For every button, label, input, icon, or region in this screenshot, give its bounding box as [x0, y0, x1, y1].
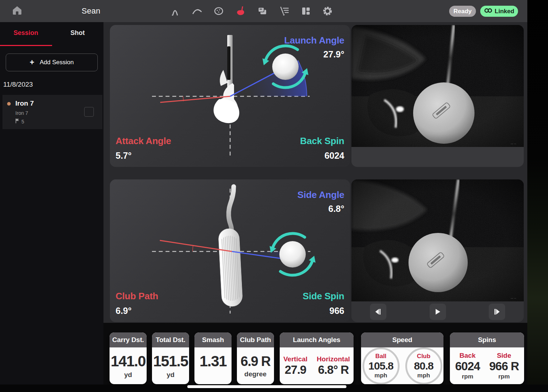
- stat-card-club-path: Club Path 6.9 R degree: [237, 332, 274, 384]
- add-session-button[interactable]: + Add Session: [6, 54, 98, 71]
- vertical-label: Vertical: [283, 355, 308, 363]
- add-session-label: Add Session: [40, 59, 73, 66]
- top-bar: Sean: [0, 0, 527, 22]
- cards-icon[interactable]: [256, 5, 268, 17]
- club-path-value: 6.9°: [116, 306, 132, 316]
- video-playback-controls: [351, 301, 524, 322]
- linked-status-pill[interactable]: Linked: [480, 6, 518, 17]
- club-speed-circle: Club 80.8 mph: [405, 347, 442, 384]
- tab-session[interactable]: Session: [0, 29, 52, 45]
- stat-value: 1.31: [199, 353, 227, 370]
- impact-video-frame-bottom: ··· ··: [351, 179, 524, 301]
- horizontal-label: Horizontal: [317, 355, 350, 363]
- session-club: Iron 7: [15, 110, 28, 116]
- stat-unit: yd: [124, 371, 132, 379]
- impact-video-panel-top: ··· ··: [351, 25, 524, 167]
- stat-card-speed: Speed Ball 105.8 mph Club 80.8 mph: [361, 332, 443, 384]
- link-icon: [484, 8, 492, 15]
- stat-value: 141.0: [111, 353, 146, 370]
- stat-card-total: Total Dst. 151.5 yd: [152, 332, 189, 384]
- session-name: Iron 7: [15, 100, 34, 107]
- launch-angle-label: Launch Angle: [284, 35, 344, 46]
- stat-title: Smash: [194, 332, 232, 347]
- page-title: Sean: [57, 0, 125, 22]
- stat-card-spins: Spins Back 6024 rpm Side 966 R rpm: [450, 332, 524, 384]
- club-speed-value: 80.8: [414, 360, 433, 372]
- play-icon: [434, 308, 442, 316]
- shot-count: 5: [21, 119, 24, 124]
- settings-gear-icon[interactable]: [321, 5, 334, 17]
- stat-title: Total Dst.: [152, 332, 189, 347]
- dashboard-icon[interactable]: [300, 5, 312, 17]
- session-checkbox[interactable]: [84, 107, 94, 117]
- side-angle-label: Side Angle: [298, 189, 344, 200]
- ball-icon[interactable]: [213, 5, 225, 17]
- launch-angle-value: 27.9°: [323, 49, 344, 60]
- side-angle-value: 6.8°: [328, 204, 344, 214]
- attack-angle-label: Attack Angle: [116, 136, 171, 147]
- stat-title: Carry Dst.: [110, 332, 147, 347]
- ball-speed-label: Ball: [375, 353, 386, 360]
- session-color-dot: [7, 102, 11, 106]
- home-button[interactable]: [11, 5, 23, 17]
- trajectory-side-icon[interactable]: [169, 5, 181, 17]
- ready-label: Ready: [453, 8, 472, 15]
- stat-title: Launch Angles: [280, 332, 354, 347]
- stat-card-launch-angles: Launch Angles Vertical 27.9 Horizontal 6…: [280, 332, 354, 384]
- tab-shot[interactable]: Shot: [52, 29, 103, 45]
- horizontal-value: 6.8° R: [317, 363, 350, 377]
- app-window: Sean: [0, 0, 548, 392]
- launch-diagram-panel: Launch Angle 27.9° Attack Angle 5.7° Bac…: [110, 25, 350, 167]
- club-speed-unit: mph: [417, 372, 430, 379]
- impact-video-panel-bottom: ··· ··: [351, 179, 524, 322]
- back-spin-stat-label: Back: [455, 352, 480, 360]
- back-spin-value: 6024: [324, 151, 344, 161]
- video-timestamp-marks: ··· ··: [511, 142, 516, 146]
- step-forward-icon: [493, 308, 501, 316]
- side-spin-stat-label: Side: [489, 352, 519, 360]
- video-timestamp-marks: ··· ··: [511, 297, 516, 300]
- back-spin-stat-unit: rpm: [455, 373, 480, 380]
- stat-value: 6.9 R: [240, 354, 270, 369]
- impact-video-frame-top: ··· ··: [351, 25, 524, 147]
- attack-angle-value: 5.7°: [116, 151, 132, 161]
- stat-card-smash: Smash 1.31: [194, 332, 232, 384]
- sidebar: Session Shot + Add Session 11/8/2023 Iro…: [0, 22, 103, 385]
- shot-list-icon[interactable]: [278, 5, 290, 17]
- top-nav-icons: [169, 0, 334, 22]
- stat-title: Club Path: [237, 332, 274, 347]
- shot-count-row: 5: [15, 118, 24, 124]
- side-spin-value: 966: [329, 306, 344, 316]
- side-spin-stat-unit: rpm: [489, 373, 519, 380]
- side-spin-label: Side Spin: [303, 291, 344, 302]
- step-back-button[interactable]: [370, 304, 386, 320]
- ball-speed-value: 105.8: [368, 360, 393, 372]
- stat-title: Speed: [361, 332, 443, 347]
- stat-value: 151.5: [153, 353, 188, 370]
- side-spin-stat-value: 966 R: [489, 360, 519, 373]
- stat-unit: yd: [167, 371, 174, 379]
- club-icon-active[interactable]: [234, 5, 247, 17]
- path-diagram-panel: Side Angle 6.8° Club Path 6.9° Side Spin…: [110, 179, 350, 322]
- step-back-icon: [374, 308, 382, 316]
- flag-icon: [15, 118, 19, 124]
- vertical-value: 27.9: [283, 363, 308, 377]
- club-speed-label: Club: [417, 353, 431, 360]
- ball-speed-unit: mph: [375, 372, 387, 379]
- club-path-label: Club Path: [116, 291, 158, 302]
- home-icon: [12, 5, 22, 17]
- linked-label: Linked: [495, 8, 514, 15]
- trajectory-top-icon[interactable]: [191, 5, 203, 17]
- play-button[interactable]: [430, 304, 446, 320]
- session-date: 11/8/2023: [3, 81, 33, 88]
- session-list-item[interactable]: Iron 7 Iron 7 5: [2, 95, 102, 129]
- back-spin-label: Back Spin: [300, 136, 344, 147]
- ball-speed-circle: Ball 105.8 mph: [362, 347, 400, 384]
- active-tab-underline: [0, 45, 52, 46]
- step-forward-button[interactable]: [489, 304, 505, 320]
- home-indicator[interactable]: [187, 385, 346, 388]
- stat-title: Spins: [450, 332, 524, 347]
- ready-status-pill[interactable]: Ready: [449, 6, 476, 17]
- plus-icon: +: [30, 58, 34, 66]
- background-photo-strip: [527, 0, 548, 392]
